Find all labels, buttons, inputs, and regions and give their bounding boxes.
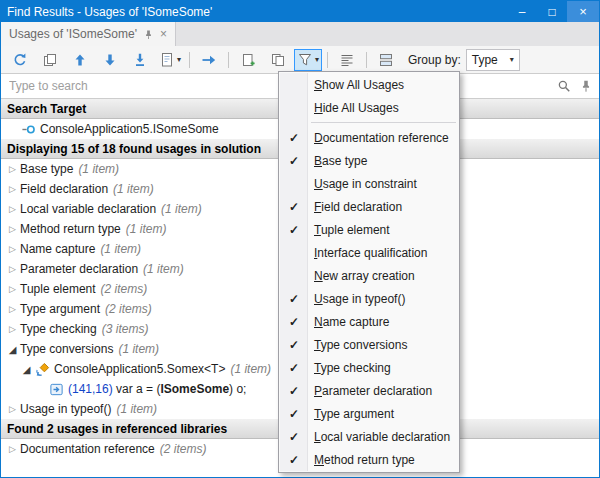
filter-menu: Show All UsagesHide All Usages✓Documenta… xyxy=(278,71,460,473)
group-by-label: Group by: xyxy=(408,53,461,67)
menu-item-label: Documentation reference xyxy=(308,131,449,145)
toolbar-separator xyxy=(327,52,328,68)
menu-item-label: Usage in constraint xyxy=(308,177,417,191)
collapse-arrow-icon[interactable]: ◢ xyxy=(5,344,20,355)
item-count: (3 items) xyxy=(102,322,149,336)
toolbar-separator xyxy=(366,52,367,68)
expand-arrow-icon[interactable]: ▷ xyxy=(5,324,20,334)
group-by-value: Type xyxy=(472,53,498,67)
tree-item-label: Base type xyxy=(20,162,73,176)
refresh-button[interactable] xyxy=(6,49,34,71)
expand-arrow-icon[interactable]: ▷ xyxy=(5,244,20,254)
menu-item-label: Type checking xyxy=(308,361,391,375)
menu-item[interactable]: ✓Type conversions xyxy=(280,333,458,356)
chevron-down-icon: ▾ xyxy=(177,55,181,64)
expand-arrow-icon[interactable]: ▷ xyxy=(5,404,20,414)
menu-item-label: Local variable declaration xyxy=(308,430,450,444)
collapse-all-button[interactable] xyxy=(126,49,154,71)
search-icon[interactable] xyxy=(557,79,571,93)
menu-item[interactable]: New array creation xyxy=(280,264,458,287)
menu-item[interactable]: ✓Local variable declaration xyxy=(280,425,458,448)
menu-item[interactable]: ✓Usage in typeof() xyxy=(280,287,458,310)
menu-item[interactable]: ✓Base type xyxy=(280,149,458,172)
menu-item[interactable]: ✓Name capture xyxy=(280,310,458,333)
minimize-button[interactable]: – xyxy=(507,1,537,22)
tree-item-label: Parameter declaration xyxy=(20,262,138,276)
title-bar[interactable]: Find Results - Usages of 'ISomeSome' –□× xyxy=(1,1,599,22)
menu-item[interactable]: Usage in constraint xyxy=(280,172,458,195)
tree-item-label: Field declaration xyxy=(20,182,108,196)
go-to-usage-button[interactable] xyxy=(195,49,223,71)
menu-item[interactable]: ✓Type argument xyxy=(280,402,458,425)
item-count: (1 item) xyxy=(113,182,154,196)
menu-item-label: Field declaration xyxy=(308,200,402,214)
item-count: (1 item) xyxy=(143,262,184,276)
close-button[interactable]: × xyxy=(567,1,599,22)
menu-item[interactable]: ✓Parameter declaration xyxy=(280,379,458,402)
expand-arrow-icon[interactable]: ▷ xyxy=(5,444,20,454)
expand-arrow-icon[interactable]: ▷ xyxy=(5,224,20,234)
checkmark-icon: ✓ xyxy=(280,407,308,421)
tab-close-icon[interactable]: × xyxy=(160,27,167,41)
copy-results-button[interactable] xyxy=(36,49,64,71)
group-by-combo[interactable]: Type ▾ xyxy=(466,49,520,71)
keep-results-pin-icon[interactable] xyxy=(579,79,593,93)
checkmark-icon: ✓ xyxy=(280,223,308,237)
code-location-icon xyxy=(48,382,64,397)
filter-button[interactable]: ▾ xyxy=(294,49,322,71)
tree-item-label: Tuple element xyxy=(20,282,96,296)
menu-item[interactable]: Interface qualification xyxy=(280,241,458,264)
open-in-new-tab-button[interactable] xyxy=(234,49,262,71)
export-button[interactable]: ▾ xyxy=(156,49,184,71)
item-count: (1 item) xyxy=(230,362,271,376)
menu-item[interactable]: ✓Method return type xyxy=(280,448,458,471)
expand-arrow-icon[interactable]: ▷ xyxy=(5,164,20,174)
open-in-new-window-button[interactable] xyxy=(264,49,292,71)
grouping-button[interactable] xyxy=(372,49,400,71)
menu-item-label: Interface qualification xyxy=(308,246,427,260)
tree-item-label: ConsoleApplication5.ISomeSome xyxy=(40,122,219,136)
checkmark-icon: ✓ xyxy=(280,292,308,306)
item-count: (1 item) xyxy=(161,202,202,216)
expand-arrow-icon[interactable]: ▷ xyxy=(5,204,20,214)
previous-result-button[interactable] xyxy=(66,49,94,71)
usage-target-icon xyxy=(20,122,36,137)
item-count: (2 items) xyxy=(105,302,152,316)
find-results-window: Find Results - Usages of 'ISomeSome' –□×… xyxy=(0,0,600,478)
show-preview-button[interactable] xyxy=(333,49,361,71)
checkmark-icon: ✓ xyxy=(280,200,308,214)
menu-separator xyxy=(311,122,456,123)
maximize-button[interactable]: □ xyxy=(537,1,567,22)
menu-item[interactable]: Show All Usages xyxy=(280,73,458,96)
checkmark-icon: ✓ xyxy=(280,131,308,145)
expand-arrow-icon[interactable]: ▷ xyxy=(5,284,20,294)
window-buttons: –□× xyxy=(507,1,599,22)
chevron-down-icon: ▾ xyxy=(510,55,514,64)
menu-item[interactable]: ✓Tuple element xyxy=(280,218,458,241)
tree-item-label: ConsoleApplication5.Somex<T> xyxy=(54,362,225,376)
menu-item-label: Usage in typeof() xyxy=(308,292,405,306)
menu-item-label: Show All Usages xyxy=(308,78,404,92)
expand-arrow-icon[interactable]: ▷ xyxy=(5,184,20,194)
next-result-button[interactable] xyxy=(96,49,124,71)
tree-item-label: Type argument xyxy=(20,302,100,316)
menu-item[interactable]: ✓Type checking xyxy=(280,356,458,379)
item-count: (1 item) xyxy=(118,342,159,356)
checkmark-icon: ✓ xyxy=(280,361,308,375)
tab-usages[interactable]: Usages of 'ISomeSome' × xyxy=(1,22,176,46)
item-count: (2 items) xyxy=(101,282,148,296)
tree-item-label: Type conversions xyxy=(20,342,113,356)
checkmark-icon: ✓ xyxy=(280,338,308,352)
collapse-arrow-icon[interactable]: ◢ xyxy=(19,364,34,375)
menu-item[interactable]: ✓Field declaration xyxy=(280,195,458,218)
expand-arrow-icon[interactable]: ▷ xyxy=(5,264,20,274)
tree-item-label: Usage in typeof() xyxy=(20,402,111,416)
window-title: Find Results - Usages of 'ISomeSome' xyxy=(1,5,507,19)
checkmark-icon: ✓ xyxy=(280,154,308,168)
pin-icon[interactable] xyxy=(143,29,154,40)
toolbar-separator xyxy=(189,52,190,68)
expand-arrow-icon[interactable]: ▷ xyxy=(5,304,20,314)
menu-item[interactable]: Hide All Usages xyxy=(280,96,458,119)
item-count: (1 item) xyxy=(78,162,119,176)
menu-item[interactable]: ✓Documentation reference xyxy=(280,126,458,149)
